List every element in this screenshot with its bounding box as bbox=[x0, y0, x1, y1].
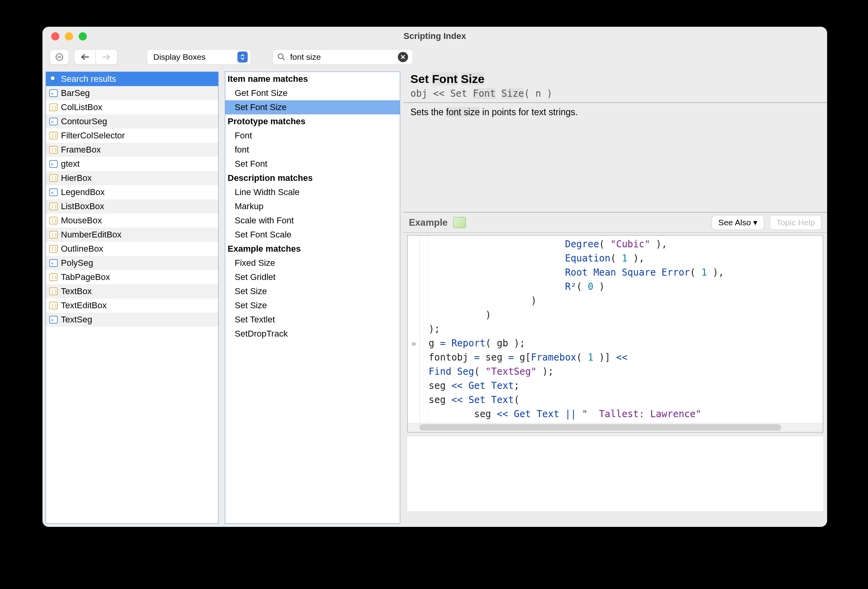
scope-list-item[interactable]: ()OutlineBox bbox=[46, 242, 218, 256]
svg-line-5 bbox=[55, 80, 57, 83]
right-pane: Set Font Size obj << Set Font Size( n ) … bbox=[403, 68, 827, 527]
result-group-header: Example matches bbox=[225, 242, 400, 256]
topic-help-button[interactable]: Topic Help bbox=[770, 215, 822, 230]
scope-list-item[interactable]: ()ColListBox bbox=[46, 100, 218, 114]
function-item-icon: () bbox=[48, 287, 59, 296]
search-results-list[interactable]: Item name matchesGet Font SizeSet Font S… bbox=[225, 72, 400, 524]
scrollbar-thumb[interactable] bbox=[419, 424, 781, 431]
search-input[interactable] bbox=[289, 52, 394, 62]
result-list-item-label: Fixed Size bbox=[235, 258, 275, 268]
example-code: Degree( "Cubic" ), Equation( 1 ), Root M… bbox=[408, 236, 823, 433]
result-list-item[interactable]: Markup bbox=[225, 199, 400, 214]
result-list-item-label: Scale with Font bbox=[235, 215, 294, 226]
result-list-item[interactable]: Set Font Size bbox=[225, 100, 400, 114]
see-also-button[interactable]: See Also ▾ bbox=[712, 215, 764, 230]
svg-text:«: « bbox=[51, 317, 54, 323]
scope-list-item-label: gtext bbox=[61, 159, 80, 169]
result-list-item[interactable]: Font bbox=[225, 129, 400, 143]
svg-text:(): () bbox=[51, 218, 57, 224]
forward-button[interactable] bbox=[96, 49, 118, 65]
left-pane: Search results«BarSeg()ColListBox«Contou… bbox=[46, 72, 219, 524]
result-list-item[interactable]: SetDropTrack bbox=[225, 327, 400, 341]
svg-text:(): () bbox=[51, 204, 57, 210]
scope-list-item-label: Search results bbox=[61, 74, 116, 84]
back-button[interactable] bbox=[74, 49, 96, 65]
example-bar: Example See Also ▾ Topic Help bbox=[403, 212, 827, 233]
svg-text:(): () bbox=[51, 133, 57, 139]
result-list-item[interactable]: Set Font bbox=[225, 157, 400, 171]
search-icon bbox=[278, 53, 285, 61]
scope-list-item-label: ContourSeg bbox=[61, 116, 107, 127]
scope-list-item[interactable]: ()HierBox bbox=[46, 171, 218, 185]
result-list-item-label: Set Textlet bbox=[235, 315, 275, 325]
scope-item-list[interactable]: Search results«BarSeg()ColListBox«Contou… bbox=[46, 72, 219, 524]
topic-signature: obj << Set Font Size( n ) bbox=[410, 88, 552, 99]
minimize-window-button[interactable] bbox=[65, 32, 73, 40]
message-item-icon: « bbox=[48, 117, 59, 126]
output-area bbox=[407, 436, 823, 511]
result-list-item[interactable]: Set Textlet bbox=[225, 313, 400, 327]
topic-title: Set Font Size bbox=[410, 72, 820, 86]
horizontal-scrollbar[interactable] bbox=[408, 423, 823, 432]
scope-list-item-label: TabPageBox bbox=[61, 272, 110, 282]
result-list-item[interactable]: Set Size bbox=[225, 298, 400, 313]
result-list-item[interactable]: Fixed Size bbox=[225, 256, 400, 270]
scope-list-item[interactable]: ()ListBoxBox bbox=[46, 199, 218, 214]
scope-list-item[interactable]: ()TextBox bbox=[46, 284, 218, 298]
search-box[interactable] bbox=[272, 49, 413, 65]
search-icon bbox=[48, 75, 59, 83]
scope-list-item-label: TextSeg bbox=[61, 315, 92, 325]
result-list-item-label: font bbox=[235, 145, 249, 155]
scope-list-item[interactable]: Search results bbox=[46, 72, 218, 86]
middle-pane: Item name matchesGet Font SizeSet Font S… bbox=[225, 72, 400, 524]
svg-text:(): () bbox=[51, 246, 57, 252]
svg-point-4 bbox=[50, 76, 55, 81]
message-item-icon: « bbox=[48, 259, 59, 267]
result-list-item[interactable]: font bbox=[225, 143, 400, 157]
scope-list-item-label: OutlineBox bbox=[61, 244, 103, 254]
scope-list-item[interactable]: ()TextEditBox bbox=[46, 298, 218, 313]
svg-text:(): () bbox=[51, 105, 57, 110]
svg-text:«: « bbox=[51, 190, 54, 195]
close-window-button[interactable] bbox=[51, 32, 59, 40]
example-label: Example bbox=[409, 217, 448, 228]
toolbar: Display Boxes bbox=[42, 46, 827, 68]
scope-list-item[interactable]: «LegendBox bbox=[46, 185, 218, 199]
scope-list-item[interactable]: ()FrameBox bbox=[46, 143, 218, 157]
scope-list-item-label: NumberEditBox bbox=[61, 230, 121, 240]
body: Search results«BarSeg()ColListBox«Contou… bbox=[42, 68, 827, 527]
circle-minus-icon bbox=[55, 53, 63, 61]
scope-list-item[interactable]: «BarSeg bbox=[46, 86, 218, 100]
scope-list-item[interactable]: ()MouseBox bbox=[46, 214, 218, 228]
run-example-button[interactable] bbox=[453, 217, 466, 228]
result-list-item-label: Set Font Scale bbox=[235, 230, 291, 240]
scope-list-item[interactable]: «ContourSeg bbox=[46, 114, 218, 129]
example-code-area[interactable]: Degree( "Cubic" ), Equation( 1 ), Root M… bbox=[407, 235, 823, 433]
result-list-item[interactable]: Get Font Size bbox=[225, 86, 400, 100]
scope-list-item[interactable]: «gtext bbox=[46, 157, 218, 171]
topic-header: Set Font Size obj << Set Font Size( n ) bbox=[403, 68, 827, 103]
zoom-window-button[interactable] bbox=[79, 32, 87, 40]
scope-list-item[interactable]: «PolySeg bbox=[46, 256, 218, 270]
result-list-item[interactable]: Scale with Font bbox=[225, 214, 400, 228]
scope-list-item-label: LegendBox bbox=[61, 187, 105, 197]
scope-list-item[interactable]: ()NumberEditBox bbox=[46, 228, 218, 242]
svg-text:(): () bbox=[51, 303, 57, 309]
remove-topic-button[interactable] bbox=[50, 49, 69, 65]
arrow-left-icon bbox=[81, 54, 89, 60]
result-list-item-label: Set Size bbox=[235, 286, 267, 296]
scope-select[interactable]: Display Boxes bbox=[147, 49, 251, 65]
function-item-icon: () bbox=[48, 301, 59, 310]
scope-list-item[interactable]: ()FilterColSelector bbox=[46, 129, 218, 143]
scope-list-item-label: FilterColSelector bbox=[61, 131, 125, 141]
scope-list-item[interactable]: ()TabPageBox bbox=[46, 270, 218, 284]
result-list-item-label: Font bbox=[235, 131, 252, 141]
scope-list-item[interactable]: «TextSeg bbox=[46, 313, 218, 327]
result-list-item[interactable]: Set Font Scale bbox=[225, 228, 400, 242]
result-list-item[interactable]: Line Width Scale bbox=[225, 185, 400, 199]
result-group-header-label: Description matches bbox=[228, 173, 313, 183]
result-list-item[interactable]: Set Gridlet bbox=[225, 270, 400, 284]
clear-search-button[interactable] bbox=[398, 52, 408, 62]
result-group-header-label: Item name matches bbox=[228, 74, 308, 84]
result-list-item[interactable]: Set Size bbox=[225, 284, 400, 298]
